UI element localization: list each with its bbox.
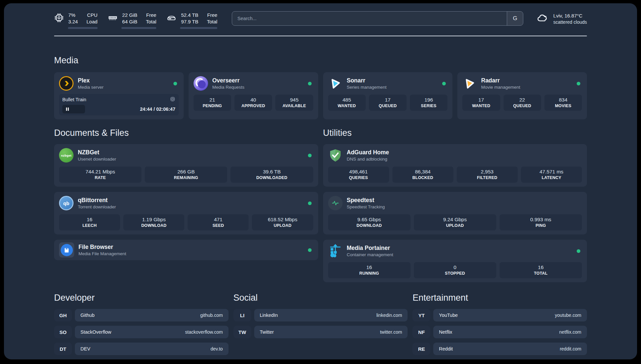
disk-progress-bar bbox=[180, 27, 217, 29]
link-youtube[interactable]: YT YouTube youtube.com bbox=[412, 309, 587, 321]
cpu-load-value: 3.24 bbox=[68, 18, 78, 25]
status-dot bbox=[173, 82, 177, 85]
stat-download: 9.65 GbpsDOWNLOAD bbox=[328, 214, 411, 230]
stat-queued: 17QUEUED bbox=[369, 95, 407, 111]
link-name: Github bbox=[80, 313, 95, 318]
speedtest-icon bbox=[328, 196, 343, 210]
link-url: netflix.com bbox=[559, 329, 581, 335]
app-desc: DNS and adblocking bbox=[347, 157, 389, 162]
app-desc: Usenet downloader bbox=[78, 157, 116, 162]
plex-icon bbox=[59, 76, 74, 91]
status-dot bbox=[577, 82, 580, 85]
google-search-button[interactable]: G bbox=[507, 12, 523, 25]
entertainment-section: Entertainment YT YouTube youtube.com NF … bbox=[412, 293, 587, 359]
stat-queued: 22QUEUED bbox=[504, 95, 541, 111]
stat-approved: 40APPROVED bbox=[234, 95, 272, 111]
app-desc: Torrent downloader bbox=[78, 204, 116, 209]
app-desc: Speedtest Tracking bbox=[347, 204, 385, 209]
link-badge: DT bbox=[54, 343, 72, 355]
link-name: Netflix bbox=[439, 329, 452, 335]
link-reddit[interactable]: RE Reddit reddit.com bbox=[412, 343, 587, 355]
app-name: qBittorrent bbox=[78, 197, 116, 203]
disk-icon bbox=[166, 13, 177, 24]
app-card-adguard[interactable]: AdGuard Home DNS and adblocking 498,461Q… bbox=[323, 144, 587, 187]
weather-widget: Lviv, 16.87°C scattered clouds bbox=[536, 12, 587, 30]
app-card-radarr[interactable]: Radarr Movie management 17WANTED 22QUEUE… bbox=[457, 72, 587, 119]
app-desc: Series management bbox=[347, 85, 387, 90]
link-url: youtube.com bbox=[555, 313, 581, 318]
documents-column: Documents & Files nzbget NZBGet Usenet d… bbox=[54, 128, 318, 282]
link-badge: RE bbox=[412, 343, 430, 355]
link-badge: LI bbox=[233, 309, 251, 321]
link-github[interactable]: GH Github github.com bbox=[54, 309, 229, 321]
search-input[interactable] bbox=[232, 12, 507, 25]
qbittorrent-icon: qb bbox=[59, 196, 74, 210]
session-icon[interactable] bbox=[170, 96, 175, 103]
stat-stopped: 0STOPPED bbox=[414, 262, 496, 278]
link-url: stackoverflow.com bbox=[185, 329, 223, 335]
playback-progress-track: 24:44 / 02:06:47 bbox=[62, 105, 175, 113]
app-card-filebrowser[interactable]: File Browser Media File Management bbox=[54, 240, 318, 260]
dashboard-panel: 7% 3.24 CPU Load 22 GiB 64 G bbox=[4, 3, 637, 359]
stat-remaining: 266 GBREMAINING bbox=[145, 167, 227, 183]
link-dev[interactable]: DT DEV dev.to bbox=[54, 343, 229, 355]
section-title-developer: Developer bbox=[54, 293, 229, 303]
cpu-widget: 7% 3.24 CPU Load bbox=[54, 12, 98, 30]
link-url: reddit.com bbox=[560, 346, 581, 351]
link-url: twitter.com bbox=[380, 329, 402, 335]
link-name: LinkedIn bbox=[260, 313, 278, 318]
app-desc: Media server bbox=[78, 85, 104, 90]
now-playing-panel: Bullet Train 24:44 / 02:06:47 bbox=[59, 94, 179, 115]
overseerr-icon bbox=[194, 76, 208, 91]
nzbget-icon: nzbget bbox=[59, 148, 74, 163]
pause-button[interactable] bbox=[62, 105, 85, 113]
app-name: AdGuard Home bbox=[347, 149, 389, 156]
stat-wanted: 17WANTED bbox=[462, 95, 500, 111]
stat-seed: 471SEED bbox=[188, 214, 249, 230]
ram-free-label: Free bbox=[146, 12, 156, 18]
app-name: Overseerr bbox=[212, 77, 245, 84]
ram-widget: 22 GiB 64 GiB Free Total bbox=[107, 12, 157, 30]
link-netflix[interactable]: NF Netflix netflix.com bbox=[412, 326, 587, 338]
stat-movies: 834MOVIES bbox=[544, 95, 582, 111]
app-card-plex[interactable]: Plex Media server Bullet Train bbox=[54, 72, 184, 119]
section-title-utilities: Utilities bbox=[323, 128, 587, 138]
ram-free-value: 22 GiB bbox=[122, 12, 137, 18]
weather-condition: scattered clouds bbox=[553, 19, 587, 26]
link-name: Twitter bbox=[260, 329, 274, 335]
disk-total-label: Total bbox=[207, 18, 217, 25]
link-linkedin[interactable]: LI LinkedIn linkedin.com bbox=[233, 309, 408, 321]
ram-icon bbox=[107, 13, 118, 24]
section-title-entertainment: Entertainment bbox=[412, 293, 587, 303]
cpu-progress-bar bbox=[68, 27, 98, 29]
stat-latency: 47.571 msLATENCY bbox=[521, 167, 582, 183]
section-title-media: Media bbox=[54, 55, 587, 66]
app-card-nzbget[interactable]: nzbget NZBGet Usenet downloader 744.21 M… bbox=[54, 144, 318, 187]
app-name: NZBGet bbox=[78, 149, 116, 156]
adguard-icon bbox=[328, 148, 343, 163]
stat-ping: 0.993 msPING bbox=[500, 214, 582, 230]
stat-blocked: 86,384BLOCKED bbox=[392, 167, 453, 183]
disk-free-value: 52.4 TB bbox=[181, 12, 198, 18]
app-desc: Movie management bbox=[481, 85, 520, 90]
app-card-speedtest[interactable]: Speedtest Speedtest Tracking 9.65 GbpsDO… bbox=[323, 192, 587, 234]
app-card-overseerr[interactable]: Overseerr Media Requests 21PENDING 40APP… bbox=[189, 72, 318, 119]
stat-running: 16RUNNING bbox=[328, 262, 411, 278]
link-badge: GH bbox=[54, 309, 72, 321]
stat-rate: 744.21 MbpsRATE bbox=[59, 167, 141, 183]
ram-progress-bar bbox=[121, 27, 157, 29]
link-stackoverflow[interactable]: SO StackOverflow stackoverflow.com bbox=[54, 326, 229, 338]
app-card-portainer[interactable]: Media Portainer Container management 16R… bbox=[323, 240, 587, 282]
app-desc: Media Requests bbox=[212, 85, 245, 90]
app-card-qbittorrent[interactable]: qb qBittorrent Torrent downloader 16LEEC… bbox=[54, 192, 318, 234]
pause-icon bbox=[66, 107, 69, 111]
cpu-load-label: Load bbox=[86, 18, 97, 25]
app-card-sonarr[interactable]: Sonarr Series management 485WANTED 17QUE… bbox=[323, 72, 453, 119]
app-name: Speedtest bbox=[347, 197, 385, 203]
stat-downloaded: 39.6 TBDOWNLOADED bbox=[230, 167, 313, 183]
stat-available: 945AVAILABLE bbox=[275, 95, 313, 111]
status-dot bbox=[308, 248, 312, 252]
link-twitter[interactable]: TW Twitter twitter.com bbox=[233, 326, 408, 338]
app-desc: Container management bbox=[347, 252, 393, 257]
link-name: Reddit bbox=[439, 346, 453, 351]
